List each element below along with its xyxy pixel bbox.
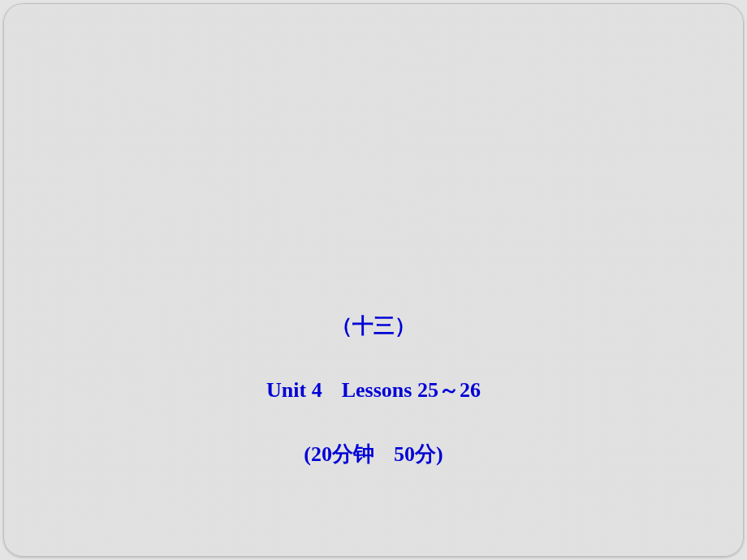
minutes-label: 分钟 [332,442,374,466]
paren-open-time: (20 [304,442,332,466]
score-number: 50 [394,442,415,466]
lessons-label: Lessons 25～26 [342,378,481,402]
unit-label: Unit 4 [266,378,322,402]
paren-close: ) [436,442,443,466]
slide-time-score: (20分钟50分) [3,440,744,468]
slide-title-number: （十三） [3,312,744,340]
points-label: 分 [415,442,436,466]
slide-container: （十三） Unit 4Lessons 25～26 (20分钟50分) [3,3,744,557]
slide-content: （十三） Unit 4Lessons 25～26 (20分钟50分) [3,312,744,468]
slide-unit-lessons: Unit 4Lessons 25～26 [3,376,744,404]
